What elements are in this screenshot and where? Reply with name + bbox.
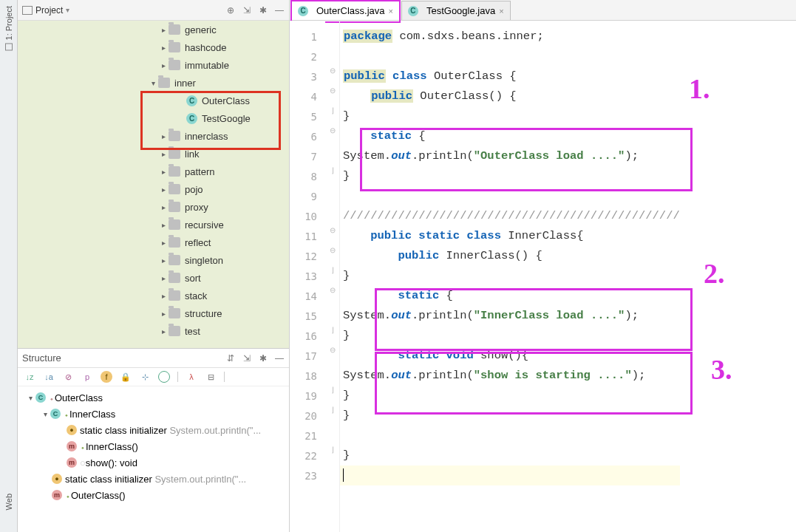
hide-icon[interactable]: —	[274, 353, 285, 364]
project-title-label: Project	[35, 5, 63, 16]
sort-icon[interactable]: ↓z	[24, 371, 35, 383]
target-icon[interactable]: ⊕	[225, 5, 236, 16]
close-icon[interactable]: ×	[499, 7, 503, 16]
tab-outerclass[interactable]: C OuterClass.java ×	[291, 1, 400, 20]
project-panel-header: Project ▾ ⊕ ⇲ ✱ —	[18, 0, 289, 21]
fold-gutter[interactable]: ⊖⊖ ⌋⊖⌋ ⊖⊖ ⌋⊖⌋ ⊖⌋⌋ ⌋	[325, 21, 340, 532]
filter-icon[interactable]: ⊘	[62, 371, 74, 383]
code-editor[interactable]: 1234 5678 9101112 13141516 17181920 2122…	[290, 21, 796, 532]
p-icon[interactable]: p	[81, 371, 93, 383]
structure-panel: Structure ⇵ ⇲ ✱ — ↓z ↓a ⊘ p f 🔒 ⊹	[18, 348, 289, 532]
tab-testgoogle[interactable]: C TestGoogle.java ×	[401, 1, 511, 20]
project-tree[interactable]: ▸generic ▸hashcode ▸immutable ▾inner COu…	[18, 21, 289, 348]
structure-title: Structure	[22, 352, 61, 364]
project-tool-tab[interactable]: 1: Project	[4, 6, 13, 50]
annotation-number-2: 2.	[704, 257, 725, 290]
lambda-icon[interactable]: λ	[186, 371, 197, 383]
circle-icon[interactable]	[158, 371, 170, 383]
anon-icon[interactable]: ⊟	[205, 371, 217, 383]
expand-icon[interactable]: ⇲	[242, 5, 252, 16]
chevron-down-icon[interactable]: ▾	[66, 6, 69, 14]
text-caret	[343, 468, 344, 482]
annotation-number-3: 3.	[711, 353, 732, 386]
close-icon[interactable]: ×	[388, 7, 392, 16]
hide-icon[interactable]: —	[274, 5, 285, 16]
struct-tool-2[interactable]: ⇲	[242, 353, 252, 364]
graph-icon[interactable]: ⊹	[139, 371, 151, 383]
gear-icon[interactable]: ✱	[258, 353, 268, 364]
class-icon: C	[186, 95, 197, 106]
gear-icon[interactable]: ✱	[258, 5, 268, 16]
class-icon: C	[186, 113, 197, 124]
web-tool-tab[interactable]: Web	[4, 494, 13, 510]
annotation-number-1: 1.	[689, 72, 710, 105]
sort-alpha-icon[interactable]: ↓a	[43, 371, 55, 383]
line-number-gutter: 1234 5678 9101112 13141516 17181920 2122…	[290, 21, 325, 532]
lock-icon[interactable]: 🔒	[120, 371, 132, 383]
editor-tabs: C OuterClass.java × C TestGoogle.java ×	[290, 0, 796, 21]
f-icon[interactable]: f	[101, 371, 112, 383]
struct-tool-1[interactable]: ⇵	[225, 353, 236, 364]
project-icon	[22, 6, 33, 15]
ide-left-gutter: 1: Project Web	[0, 0, 18, 532]
